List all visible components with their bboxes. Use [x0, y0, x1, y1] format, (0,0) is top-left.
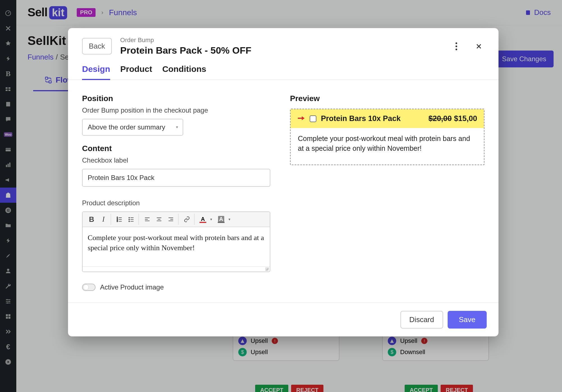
bg-color-button[interactable]: A — [216, 214, 227, 225]
active-image-label: Active Product image — [100, 283, 164, 291]
design-settings-column: Position Order Bump position in the chec… — [82, 94, 270, 291]
svg-point-39 — [129, 219, 130, 220]
preview-price-old: $20,00 — [429, 114, 452, 123]
bold-button[interactable]: B — [86, 214, 97, 225]
modal-header: Back Order Bump Protein Bars Pack - 50% … — [68, 28, 498, 56]
preview-product-label: Protein Bars 10x Pack — [321, 114, 424, 123]
svg-text:3: 3 — [117, 220, 118, 222]
preview-checkbox[interactable] — [310, 115, 316, 122]
text-color-button[interactable]: A — [197, 214, 209, 225]
product-description-label: Product description — [82, 199, 270, 207]
svg-point-41 — [129, 221, 130, 222]
chevron-down-icon: ▼ — [175, 125, 179, 129]
modal-footer: Discard Save — [68, 302, 498, 336]
position-select-wrap: Above the order summary ▼ — [82, 119, 183, 136]
link-button[interactable] — [181, 214, 192, 225]
preview-title: Preview — [290, 94, 484, 103]
checkbox-label-label: Checkbox label — [82, 156, 270, 164]
editor-toolbar: B I 123 A — [83, 212, 270, 227]
close-icon[interactable] — [473, 41, 484, 52]
italic-button[interactable]: I — [98, 214, 109, 225]
position-title: Position — [82, 94, 270, 103]
resize-handle[interactable] — [83, 266, 270, 272]
align-right-button[interactable] — [165, 214, 176, 225]
description-editor: B I 123 A — [82, 211, 270, 272]
modal-body: Position Order Bump position in the chec… — [68, 80, 498, 302]
tab-design[interactable]: Design — [82, 64, 110, 80]
svg-point-28 — [456, 42, 457, 44]
preview-header: Protein Bars 10x Pack $20,00$15,00 — [291, 109, 484, 128]
modal-title: Protein Bars Pack - 50% OFF — [120, 45, 442, 56]
svg-point-29 — [456, 45, 457, 47]
active-image-toggle[interactable] — [82, 284, 96, 291]
preview-box: Protein Bars 10x Pack $20,00$15,00 Compl… — [290, 109, 484, 165]
tab-product[interactable]: Product — [120, 64, 152, 79]
checkbox-label-input[interactable] — [82, 169, 270, 187]
svg-point-37 — [129, 217, 130, 218]
content-title: Content — [82, 144, 270, 153]
save-button[interactable]: Save — [448, 311, 487, 329]
preview-description: Complete your post-workout meal with pro… — [291, 128, 484, 165]
tab-conditions[interactable]: Conditions — [162, 64, 206, 79]
back-button[interactable]: Back — [82, 38, 112, 54]
svg-point-30 — [456, 49, 457, 50]
modal-header-actions — [451, 41, 484, 52]
preview-column: Preview Protein Bars 10x Pack $20,00$15,… — [290, 94, 484, 291]
preview-price-new: $15,00 — [454, 114, 477, 123]
description-textarea[interactable]: Complete your post-workout meal with pro… — [83, 227, 270, 266]
chevron-down-icon[interactable]: ▼ — [228, 218, 231, 221]
modal-eyebrow: Order Bump — [120, 37, 442, 44]
modal-tabs: Design Product Conditions — [68, 56, 498, 80]
active-image-toggle-row: Active Product image — [82, 283, 270, 291]
more-options-icon[interactable] — [451, 41, 462, 52]
order-bump-modal: Back Order Bump Protein Bars Pack - 50% … — [68, 28, 498, 336]
position-subtitle: Order Bump position in the checkout page — [82, 106, 270, 114]
chevron-down-icon[interactable]: ▼ — [210, 218, 213, 221]
position-select[interactable]: Above the order summary — [82, 119, 183, 136]
unordered-list-button[interactable] — [126, 214, 137, 225]
arrow-right-icon — [297, 115, 305, 123]
discard-button[interactable]: Discard — [400, 311, 443, 329]
modal-title-stack: Order Bump Protein Bars Pack - 50% OFF — [120, 37, 442, 56]
align-left-button[interactable] — [142, 214, 153, 225]
align-center-button[interactable] — [153, 214, 165, 225]
ordered-list-button[interactable]: 123 — [114, 214, 125, 225]
